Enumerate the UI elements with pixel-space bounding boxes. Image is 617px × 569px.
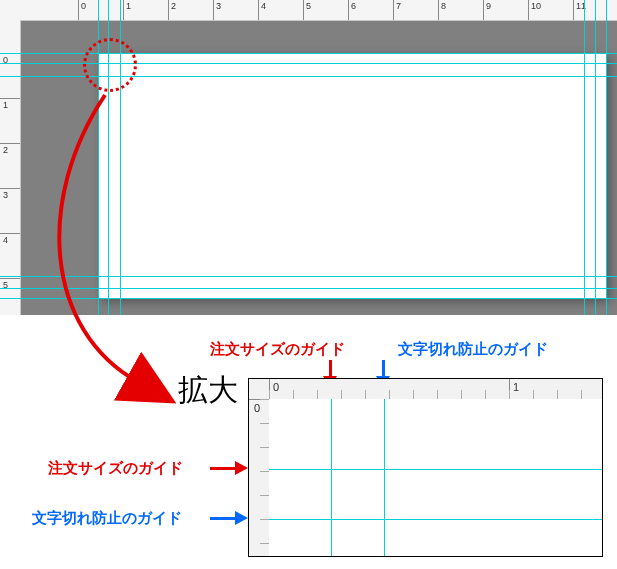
arrow-text-safe-left	[210, 517, 236, 520]
label-order-size-guide-top: 注文サイズのガイド	[210, 340, 345, 359]
zoom-vertical-ruler[interactable]: 0	[249, 399, 270, 556]
arrow-order-size-left	[210, 467, 236, 470]
zoom-ruler-corner	[249, 379, 270, 400]
zoom-horizontal-ruler[interactable]: 01	[269, 379, 602, 400]
magnify-arrow	[40, 80, 220, 400]
label-order-size-guide-left: 注文サイズのガイド	[48, 459, 183, 478]
vertical-ruler[interactable]: 012345	[0, 20, 21, 315]
arrowhead-text-safe-left	[235, 511, 248, 525]
label-text-safe-guide-top: 文字切れ防止のガイド	[398, 340, 548, 359]
label-text-safe-guide-left: 文字切れ防止のガイド	[32, 509, 182, 528]
ruler-corner	[0, 0, 21, 21]
zoom-inset: 01 0	[248, 378, 603, 557]
arrowhead-order-size-left	[235, 461, 248, 475]
magnify-label: 拡大	[178, 370, 238, 411]
horizontal-ruler[interactable]: 0123456789101112	[20, 0, 617, 21]
zoom-canvas[interactable]	[269, 399, 602, 556]
